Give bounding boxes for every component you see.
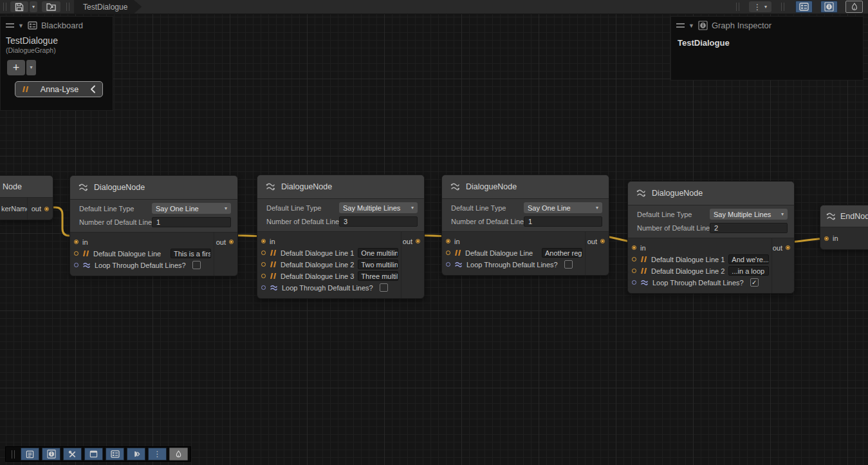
in-port[interactable] bbox=[632, 245, 636, 250]
toolbar-drag-handle[interactable] bbox=[12, 450, 15, 459]
toolbar-drag-handle[interactable] bbox=[781, 3, 784, 11]
add-property-button[interactable]: + bbox=[7, 60, 25, 75]
dialogue-line-port[interactable] bbox=[632, 269, 636, 273]
dialogue-line-port[interactable] bbox=[632, 257, 636, 261]
dialogue-line-input[interactable]: And we're... bbox=[728, 254, 769, 264]
dialogue-line-port[interactable] bbox=[74, 251, 78, 256]
node-title[interactable]: DialogueNode bbox=[442, 175, 609, 199]
loop-checkbox[interactable] bbox=[564, 260, 573, 269]
node-title[interactable]: DialogueNode bbox=[257, 175, 424, 199]
node-title[interactable]: DialogueNode bbox=[70, 176, 237, 200]
in-port[interactable] bbox=[74, 240, 78, 244]
loop-port[interactable] bbox=[74, 263, 78, 267]
toggle-preview-button[interactable] bbox=[845, 1, 863, 13]
out-port-column: out bbox=[27, 198, 53, 220]
toolbar-drag-handle[interactable] bbox=[736, 3, 739, 11]
add-property-dropdown[interactable]: ▾ bbox=[26, 60, 36, 75]
prop-label: Default Line Type bbox=[266, 204, 339, 212]
blackboard-button[interactable] bbox=[106, 448, 124, 460]
out-port-label: out bbox=[587, 238, 597, 245]
dialogue-line-input[interactable]: Three multilin bbox=[358, 271, 398, 281]
toggle-graph-inspector-button[interactable] bbox=[820, 1, 838, 13]
toolbar-drag-handle[interactable] bbox=[3, 3, 6, 11]
loop-port[interactable] bbox=[446, 262, 450, 267]
in-port[interactable] bbox=[824, 236, 829, 241]
loop-checkbox[interactable] bbox=[380, 283, 388, 292]
out-port[interactable] bbox=[600, 239, 605, 243]
out-port[interactable] bbox=[786, 245, 790, 250]
preview-button[interactable] bbox=[169, 448, 188, 460]
node-title[interactable]: EndNode bbox=[820, 205, 868, 227]
dialogue-node-4[interactable]: DialogueNode Default Line Type Say Multi… bbox=[627, 181, 795, 294]
kebab-menu-icon: ⋮ bbox=[753, 3, 761, 11]
in-port[interactable] bbox=[446, 239, 450, 243]
property-anna-lyse[interactable]: Anna-Lyse bbox=[15, 81, 103, 97]
dialogue-line-input[interactable]: This is a first bbox=[171, 249, 211, 258]
dialogue-line-port[interactable] bbox=[261, 262, 266, 267]
dialogue-node-3[interactable]: DialogueNode Default Line Type Say One L… bbox=[441, 175, 609, 276]
dialogue-line-input[interactable]: ...in a loop bbox=[728, 266, 769, 276]
chevron-left-icon[interactable] bbox=[90, 85, 96, 93]
property-name: Anna-Lyse bbox=[29, 85, 90, 94]
loop-checkbox[interactable] bbox=[192, 261, 201, 269]
dialogue-line-input[interactable]: Another regu bbox=[542, 248, 582, 258]
dialogue-line-port[interactable] bbox=[261, 274, 266, 278]
output-ports: out bbox=[585, 232, 609, 275]
loop-icon bbox=[454, 261, 463, 268]
blackboard-icon bbox=[28, 21, 37, 30]
node-title[interactable]: DialogueNode bbox=[628, 182, 794, 205]
notes-button[interactable] bbox=[21, 448, 39, 460]
toolbar-drag-handle[interactable] bbox=[66, 3, 69, 11]
drag-handle-icon[interactable] bbox=[6, 23, 14, 28]
in-port[interactable] bbox=[261, 239, 266, 243]
transition-button[interactable] bbox=[127, 448, 145, 460]
node-title-label: DialogueNode bbox=[652, 189, 703, 198]
dialogue-line-label: Default Dialogue Line bbox=[465, 249, 533, 257]
out-port[interactable] bbox=[416, 239, 420, 243]
more-options-button[interactable]: ⋮ bbox=[148, 448, 167, 460]
node-title[interactable]: Node bbox=[0, 176, 53, 198]
loop-icon bbox=[640, 280, 649, 286]
dialogue-line-port[interactable] bbox=[446, 251, 450, 255]
quote-icon bbox=[270, 261, 277, 267]
graph-tab[interactable]: TestDialogue bbox=[74, 0, 142, 14]
open-asset-button[interactable] bbox=[42, 1, 60, 12]
default-line-type-dropdown[interactable]: Say One Line ▾ bbox=[524, 202, 602, 213]
dialogue-node-2[interactable]: DialogueNode Default Line Type Say Multi… bbox=[257, 175, 425, 299]
number-of-default-lines-input[interactable]: 1 bbox=[524, 216, 602, 227]
collapse-arrow-icon[interactable]: ▼ bbox=[688, 23, 694, 29]
default-line-type-dropdown[interactable]: Say Multiple Lines ▾ bbox=[710, 209, 788, 220]
loop-port[interactable] bbox=[632, 280, 636, 285]
save-dropdown-button[interactable]: ▾ bbox=[30, 1, 37, 12]
speaker-node[interactable]: Node kerName out bbox=[0, 175, 53, 220]
inspector-button[interactable] bbox=[42, 448, 60, 460]
number-of-default-lines-input[interactable]: 1 bbox=[152, 217, 231, 227]
save-button[interactable] bbox=[10, 1, 28, 12]
dialogue-line-port[interactable] bbox=[261, 251, 266, 255]
number-of-default-lines-input[interactable]: 3 bbox=[339, 216, 418, 227]
dialogue-node-1[interactable]: DialogueNode Default Line Type Say One L… bbox=[69, 175, 238, 276]
out-port[interactable] bbox=[229, 240, 234, 244]
input-ports: in Default Dialogue Line 1 And we're... … bbox=[628, 238, 771, 293]
window-button[interactable] bbox=[84, 448, 103, 460]
out-port[interactable] bbox=[44, 207, 49, 211]
dialogue-line-label: Default Dialogue Line 2 bbox=[651, 267, 725, 275]
options-menu-button[interactable]: ⋮ ▾ bbox=[749, 1, 771, 12]
toggle-blackboard-button[interactable] bbox=[795, 1, 813, 13]
dialogue-line-input[interactable]: Two multiline bbox=[358, 260, 398, 269]
end-node[interactable]: EndNode in bbox=[820, 205, 868, 250]
chevron-down-icon: ▾ bbox=[30, 65, 32, 70]
loop-checkbox[interactable]: ✓ bbox=[750, 278, 759, 287]
default-line-type-dropdown[interactable]: Say Multiple Lines ▾ bbox=[339, 202, 418, 213]
number-of-default-lines-input[interactable]: 2 bbox=[710, 223, 788, 233]
dialogue-line-input[interactable]: One multiline bbox=[358, 248, 398, 258]
loop-port[interactable] bbox=[261, 285, 266, 290]
default-line-type-dropdown[interactable]: Say One Line ▾ bbox=[152, 203, 231, 214]
collapse-arrow-icon[interactable]: ▼ bbox=[18, 23, 24, 29]
tools-button[interactable] bbox=[63, 448, 82, 460]
drag-handle-icon[interactable] bbox=[676, 23, 685, 28]
dialogue-line-label: Default Dialogue Line bbox=[93, 250, 161, 258]
dialogue-node-icon bbox=[450, 182, 460, 192]
node-title-label: Node bbox=[3, 182, 22, 191]
quote-icon bbox=[270, 273, 277, 279]
